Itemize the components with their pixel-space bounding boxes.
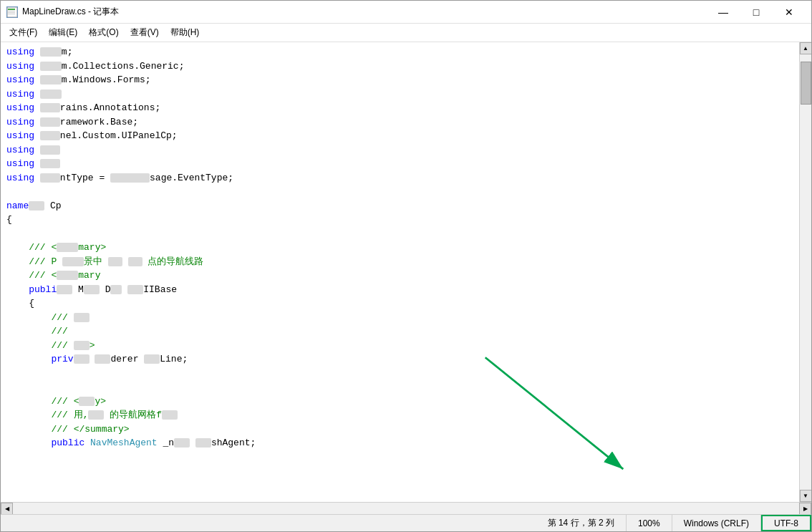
code-line-6: using ramework.Base; (6, 115, 793, 130)
svg-rect-3 (8, 12, 15, 13)
code-line-5: using rains.Annotations; (6, 101, 793, 115)
code-line-10: using ntType = sage.EventType; (6, 171, 793, 185)
menu-view[interactable]: 查看(V) (125, 25, 165, 40)
code-line-2: using m.Collections.Generic; (6, 59, 793, 74)
scroll-left-button[interactable]: ◀ (1, 503, 13, 515)
menu-bar: 文件(F) 编辑(E) 格式(O) 查看(V) 帮助(H) (1, 24, 811, 42)
scroll-track-v[interactable] (800, 54, 811, 490)
minimize-button[interactable]: — (707, 1, 740, 24)
status-line-ending: Windows (CRLF) (672, 515, 761, 531)
code-line-21: priv derer Line; (6, 352, 793, 367)
code-line-25: public NavMeshAgent _n shAgent; (6, 436, 793, 450)
status-bar: 第 14 行，第 2 列 100% Windows (CRLF) UTF-8 (1, 514, 811, 531)
window-title: MapLineDraw.cs - 记事本 (22, 6, 707, 18)
status-position: 第 14 行，第 2 列 (536, 515, 627, 531)
code-line-15: /// <mary (6, 269, 793, 283)
content-area: using m; using m.Collections.Generic; us… (1, 42, 811, 502)
code-line-blank1 (6, 185, 793, 199)
code-line-20: /// > (6, 339, 793, 353)
code-line-4: using (6, 87, 793, 102)
code-line-14: /// P 景中 点的导航线路 (6, 255, 793, 269)
code-line-1: using m; (6, 45, 793, 59)
code-line-16: publi M D IIBase (6, 283, 793, 297)
code-line-11: name Cp (6, 199, 793, 213)
menu-help[interactable]: 帮助(H) (165, 25, 206, 40)
code-editor[interactable]: using m; using m.Collections.Generic; us… (1, 42, 799, 502)
menu-edit[interactable]: 编辑(E) (43, 25, 83, 40)
code-line-blank3 (6, 367, 793, 381)
maximize-button[interactable]: □ (740, 1, 773, 24)
code-line-8: using (6, 143, 793, 158)
scroll-thumb-v[interactable] (801, 62, 811, 105)
scroll-up-button[interactable]: ▲ (800, 42, 812, 54)
scroll-down-button[interactable]: ▼ (800, 490, 812, 502)
scroll-right-button[interactable]: ▶ (799, 503, 811, 515)
code-line-17: { (6, 296, 793, 311)
code-line-23: /// 用, 的导航网格f (6, 408, 793, 422)
menu-file[interactable]: 文件(F) (4, 25, 43, 40)
code-line-blank2 (6, 227, 793, 241)
svg-rect-2 (8, 11, 15, 11)
code-line-7: using nel.Custom.UIPanelCp; (6, 129, 793, 143)
status-encoding[interactable]: UTF-8 (761, 515, 811, 531)
menu-format[interactable]: 格式(O) (83, 25, 124, 40)
code-line-9: using (6, 157, 793, 171)
code-line-18: /// (6, 311, 793, 325)
code-line-blank4 (6, 380, 793, 395)
code-line-19: /// (6, 324, 793, 339)
status-zoom: 100% (627, 515, 672, 531)
scroll-track-h[interactable] (13, 503, 799, 514)
code-line-3: using m.Windows.Forms; (6, 73, 793, 87)
code-line-12: { (6, 213, 793, 227)
code-line-22: /// <y> (6, 395, 793, 409)
svg-rect-4 (8, 14, 15, 14)
app-icon (6, 6, 18, 18)
svg-rect-1 (8, 9, 15, 10)
main-window: MapLineDraw.cs - 记事本 — □ ✕ 文件(F) 编辑(E) 格… (0, 0, 812, 532)
vertical-scrollbar[interactable]: ▲ ▼ (799, 42, 811, 502)
close-button[interactable]: ✕ (773, 1, 806, 24)
code-line-24: /// </summary> (6, 422, 793, 437)
window-controls: — □ ✕ (707, 1, 806, 24)
code-line-13: /// <mary> (6, 241, 793, 255)
horizontal-scrollbar[interactable]: ◀ ▶ (1, 502, 811, 514)
title-bar: MapLineDraw.cs - 记事本 — □ ✕ (1, 1, 811, 24)
